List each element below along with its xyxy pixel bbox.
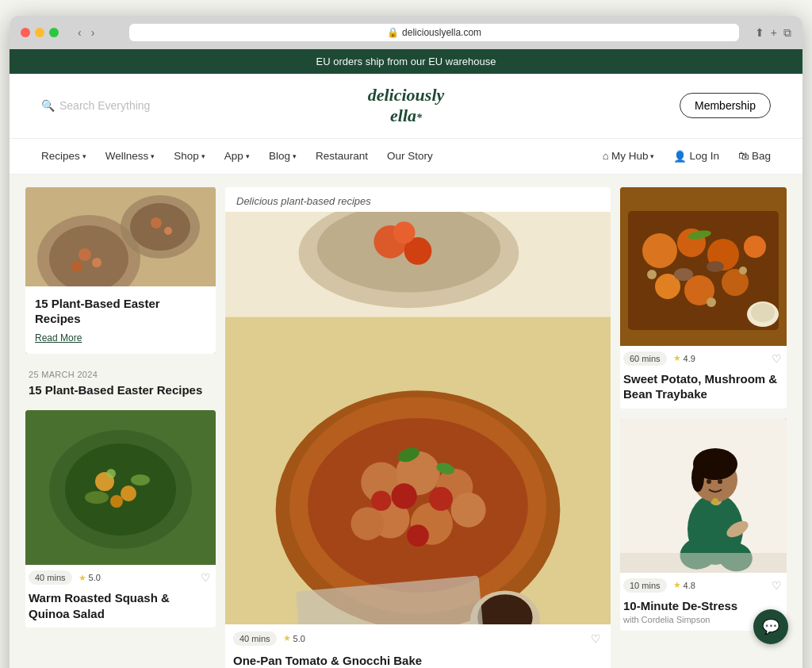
svg-point-12	[65, 443, 176, 536]
nav-item-our-story[interactable]: Our Story	[379, 139, 441, 173]
membership-button[interactable]: Membership	[680, 93, 771, 118]
nav-item-blog[interactable]: Blog ▾	[261, 139, 304, 173]
nav-item-login[interactable]: 👤 Log In	[665, 139, 727, 174]
destress-card[interactable]: 10 mins ★ 4.8 ♡ 10-Minute De-Stress with…	[620, 418, 787, 632]
nav-item-restaurant[interactable]: Restaurant	[308, 139, 376, 173]
chat-button[interactable]: 💬	[753, 609, 788, 644]
minimize-button[interactable]	[35, 28, 44, 37]
svg-point-4	[92, 258, 102, 267]
nav-item-app[interactable]: App ▾	[216, 139, 258, 173]
gnocchi-meta-left: 40 mins ★ 5.0	[233, 632, 305, 646]
svg-point-40	[308, 418, 528, 593]
chevron-down-icon: ▾	[650, 152, 654, 160]
svg-point-9	[164, 227, 172, 235]
nav-recipes-label: Recipes	[41, 150, 80, 162]
nav-item-shop[interactable]: Shop ▾	[166, 139, 213, 173]
destress-rating-value: 4.8	[684, 581, 695, 590]
svg-point-15	[110, 495, 123, 508]
easter-card-footer: 25 MARCH 2024 15 Plant-Based Easter Reci…	[25, 363, 216, 401]
nav-item-wellness[interactable]: Wellness ▾	[98, 139, 163, 173]
star-icon: ★	[283, 633, 291, 643]
squash-rating-value: 5.0	[89, 573, 101, 582]
user-icon: 👤	[673, 150, 687, 163]
gnocchi-card-title: One-Pan Tomato & Gnocchi Bake	[233, 653, 603, 668]
search-placeholder: Search Everything	[59, 99, 150, 112]
svg-point-73	[707, 479, 711, 484]
traybake-meta-left: 60 mins ★ 4.9	[623, 351, 695, 366]
content-grid: 15 Plant-Based Easter Recipes Read More …	[25, 187, 787, 668]
traybake-card-meta: 60 mins ★ 4.9 ♡	[620, 346, 787, 371]
traybake-rating: ★ 4.9	[673, 353, 695, 363]
svg-point-59	[707, 298, 716, 307]
nav-item-bag[interactable]: 🛍 Bag	[730, 139, 779, 173]
forward-button[interactable]: ›	[88, 25, 98, 40]
search-area[interactable]: 🔍 Search Everything	[41, 99, 285, 112]
destress-card-meta: 10 mins ★ 4.8 ♡	[620, 573, 787, 598]
site-nav: Recipes ▾ Wellness ▾ Shop ▾ App ▾ Blog ▾…	[10, 139, 802, 175]
site-logo[interactable]: deliciously ella*	[285, 85, 528, 127]
easter-recipes-card[interactable]: 15 Plant-Based Easter Recipes Read More	[25, 187, 216, 354]
home-icon: ⌂	[603, 150, 609, 162]
nav-bag-label: Bag	[752, 150, 771, 162]
nav-app-label: App	[224, 150, 243, 162]
nav-item-recipes[interactable]: Recipes ▾	[33, 139, 94, 173]
maximize-button[interactable]	[49, 28, 59, 37]
header-right: Membership	[527, 93, 771, 118]
star-icon: ★	[79, 573, 86, 583]
squash-title-area: Warm Roasted Squash & Quinoa Salad	[25, 590, 216, 628]
read-more-link[interactable]: Read More	[35, 332, 82, 344]
traybake-card[interactable]: 60 mins ★ 4.9 ♡ Sweet Potato, Mushroom &…	[620, 187, 787, 409]
destress-meta-left: 10 mins ★ 4.8	[623, 578, 695, 593]
easter-date: 25 MARCH 2024	[29, 370, 213, 379]
share-button[interactable]: ⬆	[755, 26, 764, 40]
nav-shop-label: Shop	[174, 150, 199, 162]
svg-point-14	[121, 486, 136, 501]
svg-point-62	[751, 303, 775, 322]
url-text: deliciouslyella.com	[402, 27, 481, 38]
star-icon: ★	[673, 580, 681, 590]
svg-point-57	[647, 270, 657, 279]
right-column: 60 mins ★ 4.9 ♡ Sweet Potato, Mushroom &…	[620, 187, 787, 668]
gnocchi-hero-card[interactable]: Delicious plant-based recipes	[225, 187, 611, 668]
chevron-down-icon: ▾	[246, 152, 250, 160]
browser-action-buttons: ⬆ + ⧉	[755, 26, 791, 40]
traybake-card-title: Sweet Potato, Mushroom & Bean Traybake	[623, 371, 783, 402]
gnocchi-favorite-button[interactable]: ♡	[589, 631, 603, 647]
easter-card-title: 15 Plant-Based Easter Recipes	[29, 382, 213, 398]
new-tab-button[interactable]: +	[771, 26, 777, 40]
svg-point-7	[130, 203, 190, 251]
chat-icon: 💬	[762, 618, 779, 635]
destress-favorite-button[interactable]: ♡	[770, 578, 783, 593]
bag-icon: 🛍	[738, 150, 749, 162]
destress-time-badge: 10 mins	[623, 578, 667, 593]
center-hero-label: Delicious plant-based recipes	[225, 187, 611, 212]
squash-card-title: Warm Roasted Squash & Quinoa Salad	[29, 590, 213, 621]
squash-salad-card[interactable]: 40 mins ★ 5.0 ♡ Warm Roasted Squash & Qu…	[25, 410, 216, 628]
center-column: Delicious plant-based recipes	[225, 187, 611, 668]
tabs-button[interactable]: ⧉	[783, 26, 791, 40]
search-icon: 🔍	[41, 99, 55, 112]
easter-image-wrapper: 15 Plant-Based Easter Recipes Read More	[25, 187, 216, 354]
close-button[interactable]	[21, 28, 30, 37]
announcement-text: EU orders ship from our EU warehouse	[316, 56, 496, 67]
nav-item-my-hub[interactable]: ⌂ My Hub ▾	[595, 139, 663, 173]
traybake-favorite-button[interactable]: ♡	[770, 351, 783, 367]
traybake-rating-value: 4.9	[684, 354, 695, 363]
destress-rating: ★ 4.8	[673, 580, 695, 590]
address-bar[interactable]: 🔒 deliciouslyella.com	[129, 24, 738, 41]
easter-card-overlay: 15 Plant-Based Easter Recipes Read More	[25, 286, 216, 354]
back-button[interactable]: ‹	[75, 25, 85, 40]
svg-point-16	[85, 491, 109, 504]
chevron-down-icon: ▾	[201, 152, 205, 160]
squash-favorite-button[interactable]: ♡	[199, 570, 213, 585]
gnocchi-rating: ★ 5.0	[283, 633, 305, 643]
nav-my-hub-label: My Hub	[611, 150, 649, 162]
logo-text: deliciously ella*	[368, 85, 445, 127]
traybake-title-area: Sweet Potato, Mushroom & Bean Traybake	[620, 371, 787, 409]
gnocchi-rating-value: 5.0	[293, 634, 305, 643]
svg-point-8	[151, 217, 162, 228]
svg-point-26	[393, 221, 416, 244]
traffic-lights	[21, 28, 59, 37]
nav-restaurant-label: Restaurant	[316, 150, 368, 162]
main-content: 15 Plant-Based Easter Recipes Read More …	[10, 175, 802, 668]
